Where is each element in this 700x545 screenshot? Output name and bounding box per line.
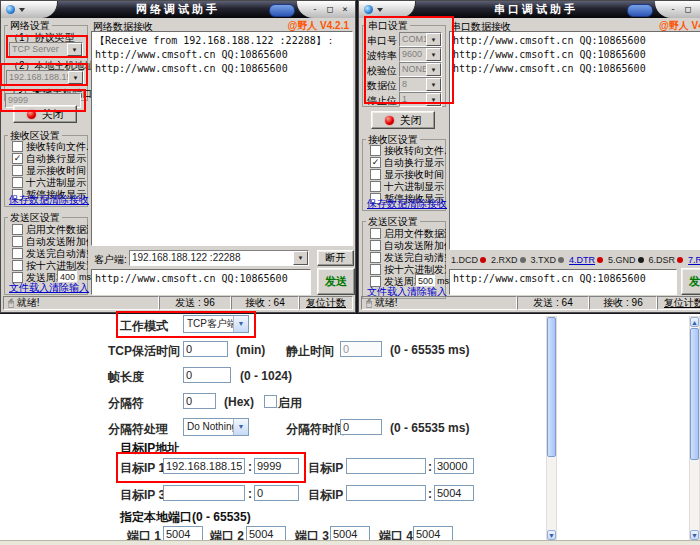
dropdown-arrow-icon[interactable]: ▼ [67, 43, 82, 56]
client-dropdown[interactable]: 192.168.188.122 :22288 ▼ [129, 250, 309, 266]
checkbox-hex-display[interactable]: 十六进制显示 [370, 181, 446, 192]
target-port4-input[interactable] [434, 485, 474, 501]
target-ip1-input[interactable] [163, 458, 245, 474]
scrollbar-down-icon[interactable]: ▼ [690, 530, 699, 540]
local-host-dropdown[interactable]: 192.168.188.150 ▼ [6, 70, 84, 85]
network-recv-textarea[interactable]: 【Receive from 192.168.188.122 :22288】： h… [91, 31, 353, 246]
maximize-button[interactable]: □ [323, 4, 337, 16]
checkbox-file-source[interactable]: 启用文件数据源... [12, 224, 88, 235]
save-data-link[interactable]: 保存数据 [9, 193, 49, 207]
checkbox-file-source[interactable]: 启用文件数据源... [370, 228, 446, 239]
menu-caret-icon[interactable] [19, 8, 25, 12]
scrollbar-thumb[interactable] [547, 317, 556, 457]
delimiter-time-suffix: (0 - 65535 ms) [390, 421, 469, 435]
status-ready: 🖰 就绪! [361, 296, 517, 310]
keepalive-suffix: (min) [236, 343, 265, 357]
dropdown-arrow-icon[interactable]: ▼ [293, 251, 308, 265]
checkbox-auto-append[interactable]: 自动发送附加位 [12, 236, 88, 247]
dropdown-arrow-icon[interactable]: ▼ [426, 78, 441, 91]
checkbox-icon [12, 248, 23, 259]
checkbox-recv-to-file[interactable]: 接收转向文件... [12, 141, 88, 152]
minimize-button[interactable]: - [666, 4, 680, 16]
target-port1-input[interactable] [254, 458, 299, 474]
delimiter-enable-checkbox[interactable] [264, 395, 277, 408]
dropdown-arrow-icon[interactable]: ▼ [426, 48, 441, 61]
delimiter-input[interactable] [183, 393, 216, 409]
serial-recv-textarea[interactable]: http://www.cmsoft.cn QQ:10865600 http://… [449, 31, 700, 250]
reset-count-link[interactable]: 复位计数 [299, 296, 353, 310]
target-ip2-input[interactable] [346, 458, 426, 474]
browser-bottom-edge [0, 540, 700, 545]
delimiter-process-select[interactable]: Do Nothing ▼ [183, 418, 249, 436]
work-mode-label: 工作模式 [120, 318, 168, 335]
scrollbar-thumb[interactable] [690, 328, 699, 460]
load-file-link[interactable]: 文件载入 [9, 281, 49, 295]
checkbox-show-time[interactable]: 显示接收时间 [12, 165, 88, 176]
send-button[interactable]: 发送 [317, 268, 355, 295]
target-port2-input[interactable] [434, 458, 474, 474]
checkbox-clear-after-send[interactable]: 发送完自动清空 [370, 252, 446, 263]
data-bits-dropdown[interactable]: 8▼ [399, 77, 442, 92]
clear-recv-link[interactable]: 清除接收 [407, 197, 447, 211]
scrollbar-down-icon[interactable]: ▼ [547, 530, 556, 540]
dropdown-arrow-icon[interactable]: ▼ [426, 93, 441, 106]
target-port3-input[interactable] [254, 485, 299, 501]
dropdown-arrow-icon[interactable]: ▼ [68, 71, 83, 84]
status-sent-count: 发送 : 96 [159, 296, 231, 310]
signal-dtr[interactable]: 4.DTR [569, 254, 603, 265]
dropdown-arrow-icon[interactable]: ▼ [426, 63, 441, 76]
network-close-button[interactable]: 关闭 [13, 105, 77, 123]
close-window-button[interactable]: × [338, 4, 352, 16]
signal-link-label[interactable]: 4.DTR [569, 255, 595, 265]
menu-caret-icon[interactable] [377, 8, 383, 12]
network-titlebar[interactable]: 网络调试助手 - □ × [1, 1, 355, 18]
protocol-type-dropdown[interactable]: TCP Server ▼ [9, 42, 83, 57]
signal-label: 1.DCD [451, 255, 478, 265]
disconnect-button[interactable]: 断开 [317, 250, 354, 266]
serial-close-button[interactable]: 关闭 [371, 111, 435, 129]
checkbox-auto-wrap[interactable]: ✓自动换行显示 [12, 153, 88, 164]
checkbox-recv-to-file[interactable]: 接收转向文件... [370, 145, 446, 156]
serial-send-textarea[interactable]: http://www.cmsoft.cn QQ:10865600 [449, 269, 677, 295]
maximize-button[interactable]: □ [681, 4, 695, 16]
local-port-heading: 指定本地端口(0 - 65535) [120, 509, 251, 526]
signal-link-label[interactable]: 7.RTS [688, 255, 700, 265]
checkbox-clear-after-send[interactable]: 发送完自动清空 [12, 248, 88, 259]
minimize-button[interactable]: - [308, 4, 322, 16]
checkbox-label: 自动发送附加位 [384, 240, 446, 251]
status-ready: 🖰 就绪! [3, 296, 159, 310]
keepalive-input[interactable] [183, 341, 228, 357]
idle-time-input[interactable] [340, 341, 382, 357]
checkbox-icon [370, 228, 381, 239]
close-window-button[interactable]: × [696, 4, 700, 16]
send-button[interactable]: 发送 [681, 268, 700, 295]
serial-titlebar[interactable]: 串口调试助手 - □ × [359, 1, 700, 18]
frame-length-input[interactable] [183, 367, 231, 383]
checkbox-hex-display[interactable]: 十六进制显示 [12, 177, 88, 188]
config-scrollbar[interactable]: ▼ [546, 316, 557, 541]
signal-dcd: 1.DCD [451, 254, 486, 265]
parity-dropdown[interactable]: NONE▼ [399, 62, 442, 77]
delimiter-time-input[interactable] [340, 419, 382, 435]
target-ip3-input[interactable] [163, 485, 245, 501]
target-ip4-input[interactable] [346, 485, 426, 501]
clear-recv-link[interactable]: 清除接收 [49, 193, 89, 207]
checkbox-auto-wrap[interactable]: ✓自动换行显示 [370, 157, 446, 168]
com-port-dropdown[interactable]: COM1▼ [399, 32, 442, 47]
checkbox-auto-append[interactable]: 自动发送附加位 [370, 240, 446, 251]
baud-rate-dropdown[interactable]: 9600▼ [399, 47, 442, 62]
stop-bits-dropdown[interactable]: 1▼ [399, 92, 442, 107]
scrollbar-up-icon[interactable]: ▲ [690, 317, 699, 327]
reset-count-link[interactable]: 复位计数 [657, 296, 700, 310]
select-arrow-icon[interactable]: ▼ [233, 419, 248, 435]
work-mode-select[interactable]: TCP客户端模式 ▼ [183, 315, 249, 333]
signal-rts[interactable]: 7.RTS [688, 254, 700, 265]
save-data-link[interactable]: 保存数据 [367, 197, 407, 211]
right-scrollbar[interactable]: ▲ ▼ [689, 316, 700, 541]
checkbox-show-time[interactable]: 显示接收时间 [370, 169, 446, 180]
network-send-textarea[interactable]: http://www.cmsoft.cn QQ:10865600 [91, 269, 311, 295]
protocol-type-value: TCP Server [12, 44, 59, 54]
select-arrow-icon[interactable]: ▼ [233, 316, 248, 332]
dropdown-arrow-icon[interactable]: ▼ [426, 33, 441, 46]
clear-input-link[interactable]: 清除输入 [49, 281, 89, 295]
